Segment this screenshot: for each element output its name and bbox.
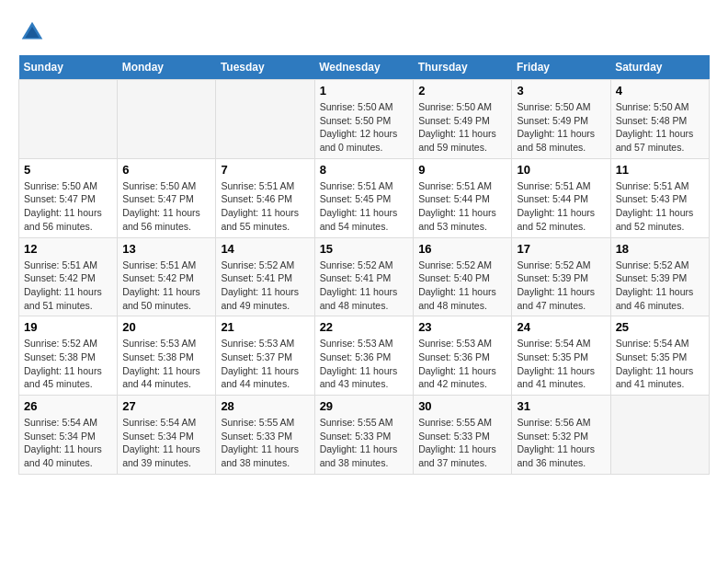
page-header — [18, 18, 710, 46]
day-header-friday: Friday — [512, 55, 610, 80]
calendar-cell — [118, 80, 216, 159]
calendar-cell: 30Sunrise: 5:55 AMSunset: 5:33 PMDayligh… — [414, 396, 512, 475]
day-number: 11 — [616, 163, 704, 177]
calendar-cell: 24Sunrise: 5:54 AMSunset: 5:35 PMDayligh… — [512, 316, 610, 396]
calendar-week-row: 12Sunrise: 5:51 AMSunset: 5:42 PMDayligh… — [19, 237, 710, 316]
calendar-cell: 27Sunrise: 5:54 AMSunset: 5:34 PMDayligh… — [118, 396, 216, 475]
day-info: Sunrise: 5:51 AMSunset: 5:45 PMDaylight:… — [320, 179, 409, 234]
day-info: Sunrise: 5:55 AMSunset: 5:33 PMDaylight:… — [221, 416, 309, 470]
day-number: 6 — [122, 163, 210, 177]
calendar-cell: 15Sunrise: 5:52 AMSunset: 5:41 PMDayligh… — [314, 237, 414, 316]
calendar-cell: 21Sunrise: 5:53 AMSunset: 5:37 PMDayligh… — [216, 316, 314, 396]
day-info: Sunrise: 5:55 AMSunset: 5:33 PMDaylight:… — [320, 416, 409, 470]
day-info: Sunrise: 5:54 AMSunset: 5:34 PMDaylight:… — [24, 416, 112, 470]
day-info: Sunrise: 5:52 AMSunset: 5:39 PMDaylight:… — [517, 259, 605, 313]
calendar-cell: 17Sunrise: 5:52 AMSunset: 5:39 PMDayligh… — [512, 237, 610, 316]
day-number: 23 — [418, 320, 506, 334]
day-number: 16 — [418, 242, 506, 256]
day-number: 17 — [517, 242, 605, 256]
day-number: 30 — [418, 399, 506, 413]
day-info: Sunrise: 5:53 AMSunset: 5:37 PMDaylight:… — [221, 337, 309, 391]
day-number: 22 — [320, 320, 409, 334]
calendar-cell: 11Sunrise: 5:51 AMSunset: 5:43 PMDayligh… — [610, 158, 709, 237]
day-number: 12 — [24, 242, 112, 256]
calendar-cell: 9Sunrise: 5:51 AMSunset: 5:44 PMDaylight… — [414, 158, 512, 237]
calendar-cell — [19, 80, 118, 159]
day-info: Sunrise: 5:52 AMSunset: 5:39 PMDaylight:… — [616, 259, 704, 313]
day-number: 15 — [320, 242, 409, 256]
calendar-cell: 14Sunrise: 5:52 AMSunset: 5:41 PMDayligh… — [216, 237, 314, 316]
calendar-cell: 13Sunrise: 5:51 AMSunset: 5:42 PMDayligh… — [118, 237, 216, 316]
day-info: Sunrise: 5:50 AMSunset: 5:48 PMDaylight:… — [616, 100, 704, 155]
day-number: 14 — [221, 242, 309, 256]
day-info: Sunrise: 5:50 AMSunset: 5:49 PMDaylight:… — [517, 100, 605, 155]
calendar-week-row: 19Sunrise: 5:52 AMSunset: 5:38 PMDayligh… — [19, 316, 710, 396]
day-number: 25 — [616, 320, 704, 334]
day-number: 26 — [24, 399, 112, 413]
day-number: 5 — [24, 163, 112, 177]
day-info: Sunrise: 5:51 AMSunset: 5:43 PMDaylight:… — [616, 179, 704, 234]
day-header-wednesday: Wednesday — [314, 55, 414, 80]
day-number: 8 — [320, 163, 409, 177]
logo-icon — [18, 18, 46, 46]
day-number: 24 — [517, 320, 605, 334]
day-number: 21 — [221, 320, 309, 334]
calendar-cell: 3Sunrise: 5:50 AMSunset: 5:49 PMDaylight… — [512, 80, 610, 159]
day-info: Sunrise: 5:51 AMSunset: 5:42 PMDaylight:… — [24, 259, 112, 313]
day-info: Sunrise: 5:56 AMSunset: 5:32 PMDaylight:… — [517, 416, 605, 470]
calendar-cell: 5Sunrise: 5:50 AMSunset: 5:47 PMDaylight… — [19, 158, 118, 237]
calendar-cell: 31Sunrise: 5:56 AMSunset: 5:32 PMDayligh… — [512, 396, 610, 475]
calendar-cell: 22Sunrise: 5:53 AMSunset: 5:36 PMDayligh… — [314, 316, 414, 396]
day-info: Sunrise: 5:50 AMSunset: 5:47 PMDaylight:… — [24, 179, 112, 234]
day-number: 31 — [517, 399, 605, 413]
day-number: 2 — [418, 84, 506, 98]
day-number: 18 — [616, 242, 704, 256]
day-info: Sunrise: 5:53 AMSunset: 5:36 PMDaylight:… — [418, 337, 506, 391]
calendar-cell: 2Sunrise: 5:50 AMSunset: 5:49 PMDaylight… — [414, 80, 512, 159]
day-number: 28 — [221, 399, 309, 413]
day-info: Sunrise: 5:54 AMSunset: 5:35 PMDaylight:… — [517, 337, 605, 391]
day-info: Sunrise: 5:51 AMSunset: 5:46 PMDaylight:… — [221, 179, 309, 234]
day-header-thursday: Thursday — [414, 55, 512, 80]
calendar-cell: 6Sunrise: 5:50 AMSunset: 5:47 PMDaylight… — [118, 158, 216, 237]
day-header-monday: Monday — [118, 55, 216, 80]
day-info: Sunrise: 5:52 AMSunset: 5:41 PMDaylight:… — [320, 259, 409, 313]
day-number: 1 — [320, 84, 409, 98]
calendar-cell: 29Sunrise: 5:55 AMSunset: 5:33 PMDayligh… — [314, 396, 414, 475]
calendar-week-row: 26Sunrise: 5:54 AMSunset: 5:34 PMDayligh… — [19, 396, 710, 475]
calendar-cell: 1Sunrise: 5:50 AMSunset: 5:50 PMDaylight… — [314, 80, 414, 159]
day-number: 4 — [616, 84, 704, 98]
day-info: Sunrise: 5:54 AMSunset: 5:35 PMDaylight:… — [616, 337, 704, 391]
calendar-week-row: 1Sunrise: 5:50 AMSunset: 5:50 PMDaylight… — [19, 80, 710, 159]
calendar-cell: 28Sunrise: 5:55 AMSunset: 5:33 PMDayligh… — [216, 396, 314, 475]
day-info: Sunrise: 5:52 AMSunset: 5:41 PMDaylight:… — [221, 259, 309, 313]
calendar-cell: 4Sunrise: 5:50 AMSunset: 5:48 PMDaylight… — [610, 80, 709, 159]
day-number: 9 — [418, 163, 506, 177]
day-info: Sunrise: 5:51 AMSunset: 5:42 PMDaylight:… — [122, 259, 210, 313]
calendar-cell: 23Sunrise: 5:53 AMSunset: 5:36 PMDayligh… — [414, 316, 512, 396]
calendar-week-row: 5Sunrise: 5:50 AMSunset: 5:47 PMDaylight… — [19, 158, 710, 237]
calendar-cell: 16Sunrise: 5:52 AMSunset: 5:40 PMDayligh… — [414, 237, 512, 316]
day-header-sunday: Sunday — [19, 55, 118, 80]
day-number: 13 — [122, 242, 210, 256]
day-info: Sunrise: 5:54 AMSunset: 5:34 PMDaylight:… — [122, 416, 210, 470]
day-number: 7 — [221, 163, 309, 177]
day-info: Sunrise: 5:52 AMSunset: 5:40 PMDaylight:… — [418, 259, 506, 313]
calendar-cell: 26Sunrise: 5:54 AMSunset: 5:34 PMDayligh… — [19, 396, 118, 475]
day-number: 3 — [517, 84, 605, 98]
calendar-cell: 18Sunrise: 5:52 AMSunset: 5:39 PMDayligh… — [610, 237, 709, 316]
calendar-cell: 12Sunrise: 5:51 AMSunset: 5:42 PMDayligh… — [19, 237, 118, 316]
calendar-cell — [610, 396, 709, 475]
calendar-cell: 19Sunrise: 5:52 AMSunset: 5:38 PMDayligh… — [19, 316, 118, 396]
calendar-cell: 10Sunrise: 5:51 AMSunset: 5:44 PMDayligh… — [512, 158, 610, 237]
day-header-saturday: Saturday — [610, 55, 709, 80]
day-header-tuesday: Tuesday — [216, 55, 314, 80]
day-info: Sunrise: 5:50 AMSunset: 5:49 PMDaylight:… — [418, 100, 506, 155]
calendar-cell: 25Sunrise: 5:54 AMSunset: 5:35 PMDayligh… — [610, 316, 709, 396]
day-info: Sunrise: 5:52 AMSunset: 5:38 PMDaylight:… — [24, 337, 112, 391]
calendar-header-row: SundayMondayTuesdayWednesdayThursdayFrid… — [19, 55, 710, 80]
day-number: 19 — [24, 320, 112, 334]
day-number: 29 — [320, 399, 409, 413]
day-number: 27 — [122, 399, 210, 413]
calendar-cell: 20Sunrise: 5:53 AMSunset: 5:38 PMDayligh… — [118, 316, 216, 396]
